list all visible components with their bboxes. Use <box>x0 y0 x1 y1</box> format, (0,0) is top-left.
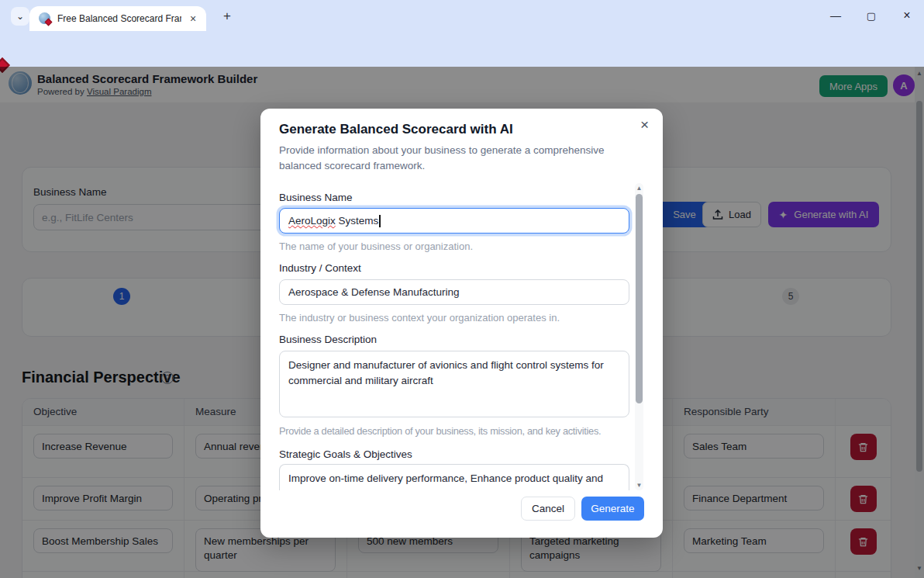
modal-description-textarea[interactable]: Designer and manufacturer of avionics an… <box>279 351 629 417</box>
browser-titlebar: ⌄ Free Balanced Scorecard Framew × + — ▢… <box>0 0 924 31</box>
modal-scroll-up-icon[interactable]: ▲ <box>635 185 643 192</box>
chevron-down-icon: ⌄ <box>16 11 24 22</box>
window-minimize-button[interactable]: — <box>824 6 847 25</box>
modal-goals-textarea[interactable]: Improve on-time delivery performance, En… <box>279 464 629 490</box>
browser-tab[interactable]: Free Balanced Scorecard Framew × <box>29 6 206 31</box>
cancel-button[interactable]: Cancel <box>521 497 575 521</box>
favicon-icon <box>39 12 51 25</box>
modal-scrollbar-thumb[interactable] <box>636 194 643 403</box>
modal-title: Generate Balanced Scorecard with AI <box>279 122 513 137</box>
modal-scrollbar[interactable]: ▲ ▼ <box>635 183 643 490</box>
modal-industry-label: Industry / Context <box>279 262 361 274</box>
business-name-word: Systems <box>336 215 379 227</box>
browser-toolbar: ← → ↻ ai-toolbox.visual-paradigm.com/app… <box>0 31 924 67</box>
modal-goals-label: Strategic Goals & Objectives <box>279 448 412 460</box>
tab-title: Free Balanced Scorecard Framew <box>57 13 181 24</box>
modal-industry-input[interactable]: Aerospace & Defense Manufacturing <box>279 279 629 305</box>
window-maximize-button[interactable]: ▢ <box>860 6 883 25</box>
modal-business-name-help: The name of your business or organizatio… <box>279 241 473 252</box>
tab-close-icon[interactable]: × <box>186 12 200 26</box>
modal-close-icon[interactable]: × <box>640 116 649 133</box>
generate-button[interactable]: Generate <box>581 497 644 521</box>
generate-ai-modal: × Generate Balanced Scorecard with AI Pr… <box>260 109 663 538</box>
window-close-button[interactable]: × <box>895 6 919 25</box>
screen: ⌄ Free Balanced Scorecard Framew × + — ▢… <box>0 0 924 578</box>
modal-subtitle: Provide information about your business … <box>279 143 646 173</box>
modal-scroll-down-icon[interactable]: ▼ <box>635 482 643 489</box>
tab-search-button[interactable]: ⌄ <box>11 7 29 26</box>
modal-industry-help: The industry or business context your or… <box>279 312 560 324</box>
modal-business-name-label: Business Name <box>279 192 353 203</box>
modal-business-name-input[interactable]: AeroLogix Systems <box>279 208 629 234</box>
text-cursor <box>379 215 381 227</box>
modal-description-label: Business Description <box>279 334 377 345</box>
modal-description-help: Provide a detailed description of your b… <box>279 425 601 437</box>
business-name-word-misspelled: AeroLogix <box>288 215 336 227</box>
new-tab-button[interactable]: + <box>219 8 236 25</box>
